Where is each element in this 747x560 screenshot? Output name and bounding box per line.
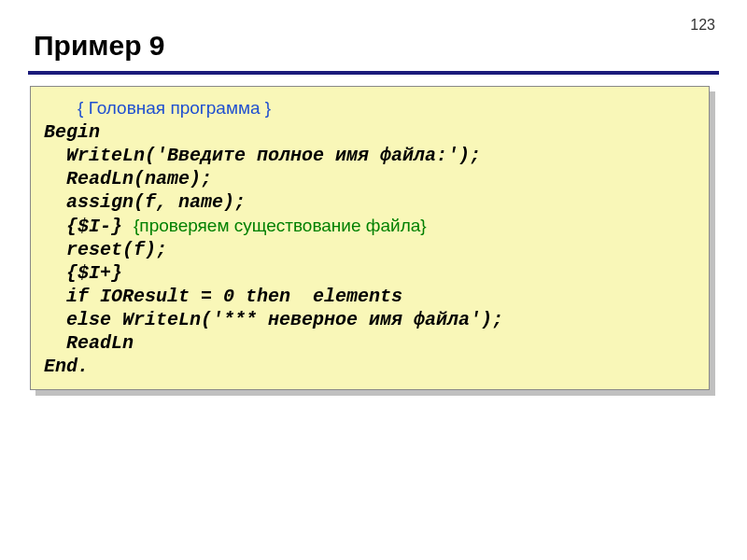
slide-title: Пример 9 xyxy=(34,30,165,62)
code-line-11: ReadLn xyxy=(44,331,696,355)
code-line-10: else WriteLn('*** неверное имя файла'); xyxy=(44,308,696,331)
code-line-4: ReadLn(name); xyxy=(44,167,696,190)
code-line-5: assign(f, name); xyxy=(44,190,696,214)
code-line-8: {$I+} xyxy=(44,261,696,285)
code-line-7: reset(f); xyxy=(44,238,696,261)
file-check-comment: {проверяем существование файла} xyxy=(134,216,427,235)
indent xyxy=(44,98,78,119)
page-number: 123 xyxy=(690,17,715,34)
code-line-6: {$I-} {проверяем существование файла} xyxy=(44,214,696,238)
code-line-1: { Головная программа } xyxy=(44,96,696,120)
code-box: { Головная программа } Begin WriteLn('Вв… xyxy=(30,86,710,390)
code-line-9: if IOResult = 0 then elements xyxy=(44,285,696,308)
code-line-3: WriteLn('Введите полное имя файла:'); xyxy=(44,144,696,167)
main-program-comment: { Головная программа } xyxy=(78,98,271,118)
title-divider xyxy=(28,71,719,75)
io-directive-off: {$I-} xyxy=(44,216,134,237)
code-line-2: Begin xyxy=(44,120,696,144)
code-line-12: End. xyxy=(44,355,696,378)
